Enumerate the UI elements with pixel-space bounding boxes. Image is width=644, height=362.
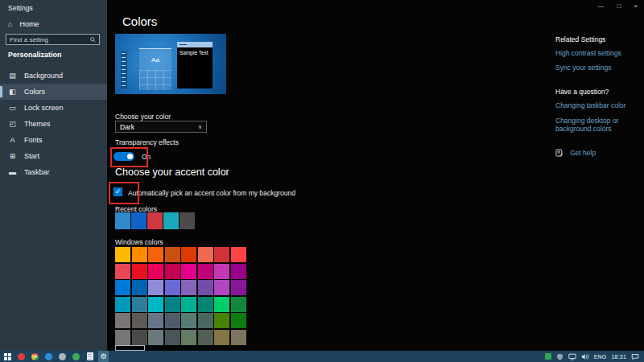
link-changing-taskbar-color[interactable]: Changing taskbar color	[555, 101, 638, 109]
sidebar-item-label: Start	[24, 152, 39, 160]
minimize-button[interactable]: —	[597, 2, 604, 10]
windows-color-swatch-11[interactable]	[165, 264, 180, 279]
notepad-icon[interactable]	[85, 351, 95, 362]
sidebar-item-colors[interactable]: ◧Colors	[0, 84, 107, 100]
windows-color-swatch-29[interactable]	[198, 297, 213, 312]
windows-color-swatch-20[interactable]	[181, 280, 196, 295]
sidebar-item-fonts[interactable]: AFonts	[0, 132, 107, 148]
recent-color-swatch-2[interactable]	[147, 212, 163, 229]
windows-color-swatch-41[interactable]	[132, 330, 147, 345]
windows-color-swatch-6[interactable]	[214, 247, 229, 262]
settings-gear-icon[interactable]: ⚙	[98, 351, 109, 362]
color-mode-dropdown[interactable]: Dark ∨	[115, 121, 207, 133]
transparency-label: Transparency effects	[115, 138, 179, 146]
tray-shield-icon[interactable]	[556, 353, 564, 360]
windows-color-swatch-46[interactable]	[214, 330, 229, 345]
sidebar-item-home[interactable]: ⌂ Home	[8, 20, 39, 28]
start-button[interactable]	[2, 351, 13, 362]
windows-color-swatch-33[interactable]	[132, 313, 147, 328]
windows-color-swatch-35[interactable]	[165, 313, 180, 328]
windows-color-swatch-19[interactable]	[165, 280, 180, 295]
windows-color-swatch-25[interactable]	[132, 297, 147, 312]
fonts-icon: A	[8, 136, 17, 144]
close-button[interactable]: ×	[634, 2, 638, 10]
windows-color-swatch-47[interactable]	[231, 330, 246, 345]
windows-color-swatch-42[interactable]	[148, 330, 163, 345]
windows-color-swatch-15[interactable]	[231, 264, 246, 279]
action-center-icon[interactable]	[631, 353, 639, 360]
recent-color-swatch-0[interactable]	[115, 212, 130, 229]
recent-color-swatch-3[interactable]	[163, 212, 179, 229]
windows-color-swatch-7[interactable]	[231, 247, 246, 262]
windows-color-swatch-27[interactable]	[165, 297, 180, 312]
recent-color-swatch-1[interactable]	[131, 212, 147, 229]
sidebar-item-background[interactable]: ▤Background	[0, 68, 107, 84]
get-help-link[interactable]: Get help	[570, 149, 596, 157]
preview-sample-window: Sample Text	[177, 42, 213, 88]
green-app-icon[interactable]	[71, 351, 81, 362]
link-changing-desktop-or-background-colors[interactable]: Changing desktop or background colors	[555, 117, 638, 133]
sidebar-item-themes[interactable]: ◰Themes	[0, 116, 107, 132]
transparency-toggle[interactable]	[114, 152, 134, 161]
opera-icon-glyph	[18, 353, 25, 360]
get-help-row[interactable]: Get help	[555, 149, 638, 157]
windows-color-swatch-13[interactable]	[198, 264, 213, 279]
search-input[interactable]: Find a setting	[6, 34, 100, 45]
sidebar-section-title: Personalization	[8, 51, 62, 59]
edge-icon[interactable]	[43, 351, 54, 362]
windows-color-swatch-31[interactable]	[231, 297, 246, 312]
tray-network-icon[interactable]	[568, 353, 576, 360]
windows-color-swatch-1[interactable]	[132, 247, 147, 262]
windows-color-swatch-44[interactable]	[181, 330, 196, 345]
windows-color-swatch-45[interactable]	[198, 330, 213, 345]
windows-color-swatch-24[interactable]	[115, 297, 130, 312]
chrome-icon[interactable]	[30, 351, 40, 362]
opera-icon[interactable]	[16, 351, 27, 362]
windows-color-swatch-0[interactable]	[115, 247, 130, 262]
windows-color-swatch-37[interactable]	[198, 313, 213, 328]
sidebar-item-lock-screen[interactable]: ▭Lock screen	[0, 100, 107, 116]
sidebar-item-taskbar[interactable]: ▬Taskbar	[0, 164, 107, 180]
sidebar-item-start[interactable]: ⊞Start	[0, 148, 107, 164]
link-sync-your-settings[interactable]: Sync your settings	[555, 64, 638, 72]
windows-color-swatch-14[interactable]	[214, 264, 229, 279]
custom-color-button[interactable]	[115, 345, 145, 351]
windows-color-swatch-39[interactable]	[231, 313, 246, 328]
chevron-down-icon: ∨	[198, 124, 202, 130]
windows-color-swatch-23[interactable]	[231, 280, 246, 295]
windows-color-swatch-12[interactable]	[181, 264, 196, 279]
link-high-contrast-settings[interactable]: High contrast settings	[555, 49, 638, 57]
windows-colors-grid	[115, 247, 246, 345]
windows-color-swatch-4[interactable]	[181, 247, 196, 262]
windows-color-swatch-5[interactable]	[198, 247, 213, 262]
windows-color-swatch-34[interactable]	[148, 313, 163, 328]
windows-color-swatch-32[interactable]	[115, 313, 130, 328]
windows-color-swatch-18[interactable]	[148, 280, 163, 295]
steam-icon[interactable]	[57, 351, 68, 362]
tray-app-green-icon[interactable]	[545, 353, 551, 360]
windows-color-swatch-2[interactable]	[148, 247, 163, 262]
windows-color-swatch-38[interactable]	[214, 313, 229, 328]
windows-color-swatch-40[interactable]	[115, 330, 130, 345]
windows-color-swatch-8[interactable]	[115, 264, 130, 279]
windows-color-swatch-43[interactable]	[165, 330, 180, 345]
sidebar-nav: ▤Background◧Colors▭Lock screen◰ThemesAFo…	[0, 68, 107, 180]
windows-color-swatch-17[interactable]	[132, 280, 147, 295]
recent-color-swatch-4[interactable]	[180, 212, 195, 229]
windows-color-swatch-3[interactable]	[165, 247, 180, 262]
windows-color-swatch-30[interactable]	[214, 297, 229, 312]
tray-language[interactable]: ENG	[594, 354, 607, 360]
windows-color-swatch-9[interactable]	[132, 264, 147, 279]
tray-volume-icon[interactable]	[581, 353, 589, 360]
tray-clock[interactable]: 18:31	[611, 354, 626, 360]
sidebar-item-label: Lock screen	[24, 104, 64, 112]
maximize-button[interactable]: □	[617, 2, 621, 10]
windows-color-swatch-22[interactable]	[214, 280, 229, 295]
windows-color-swatch-21[interactable]	[198, 280, 213, 295]
windows-color-swatch-10[interactable]	[148, 264, 163, 279]
windows-color-swatch-16[interactable]	[115, 280, 130, 295]
windows-color-swatch-28[interactable]	[181, 297, 196, 312]
auto-pick-checkbox[interactable]: ✓	[114, 187, 122, 196]
windows-color-swatch-26[interactable]	[148, 297, 163, 312]
windows-color-swatch-36[interactable]	[181, 313, 196, 328]
